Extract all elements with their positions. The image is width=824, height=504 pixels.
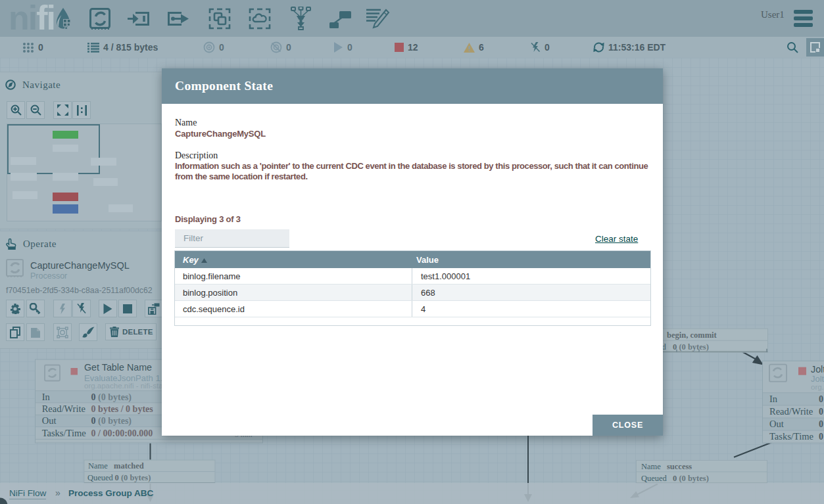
svg-text:0: 0 xyxy=(819,419,823,429)
svg-text:0: 0 xyxy=(819,432,823,442)
svg-text:0 (0 bytes): 0 (0 bytes) xyxy=(91,392,132,403)
svg-text:Name: Name xyxy=(88,461,108,470)
svg-text:Read/Write: Read/Write xyxy=(42,403,85,414)
svg-text:Tasks/Time: Tasks/Time xyxy=(769,431,813,442)
svg-text:Queued: Queued xyxy=(87,473,114,482)
svg-text:begin, commit: begin, commit xyxy=(667,331,717,340)
svg-text:success: success xyxy=(667,462,692,471)
svg-text:Out: Out xyxy=(42,415,57,426)
svg-text:JoltTransformJSON 1.2.0: JoltTransformJSON 1.2.0 xyxy=(811,374,824,384)
svg-text:Out: Out xyxy=(769,419,784,429)
svg-text:Get Table Name: Get Table Name xyxy=(84,362,152,373)
svg-text:0 (0 bytes): 0 (0 bytes) xyxy=(91,416,132,426)
svg-text:Name: Name xyxy=(641,462,661,471)
svg-text:Queued: Queued xyxy=(641,474,667,483)
svg-text:0 bytes / 0 bytes: 0 bytes / 0 bytes xyxy=(91,404,154,414)
svg-text:Read/Write: Read/Write xyxy=(769,406,813,417)
svg-text:In: In xyxy=(42,392,51,402)
svg-text:0: 0 xyxy=(819,407,823,417)
svg-text:0 (0 bytes): 0 (0 bytes) xyxy=(673,474,709,483)
svg-text:0 / 00:00:00.000: 0 / 00:00:00.000 xyxy=(91,428,153,438)
svg-text:0 (0 bytes): 0 (0 bytes) xyxy=(673,342,709,352)
svg-text:Tasks/Time: Tasks/Time xyxy=(42,428,86,438)
svg-text:0 (0 bytes): 0 (0 bytes) xyxy=(115,473,151,482)
svg-text:0: 0 xyxy=(819,394,823,404)
svg-text:In: In xyxy=(769,394,778,404)
svg-text:matched: matched xyxy=(114,461,144,470)
svg-text:org.apache.nifi - nifi-standar: org.apache.nifi - nifi-standard-nar xyxy=(811,383,824,391)
